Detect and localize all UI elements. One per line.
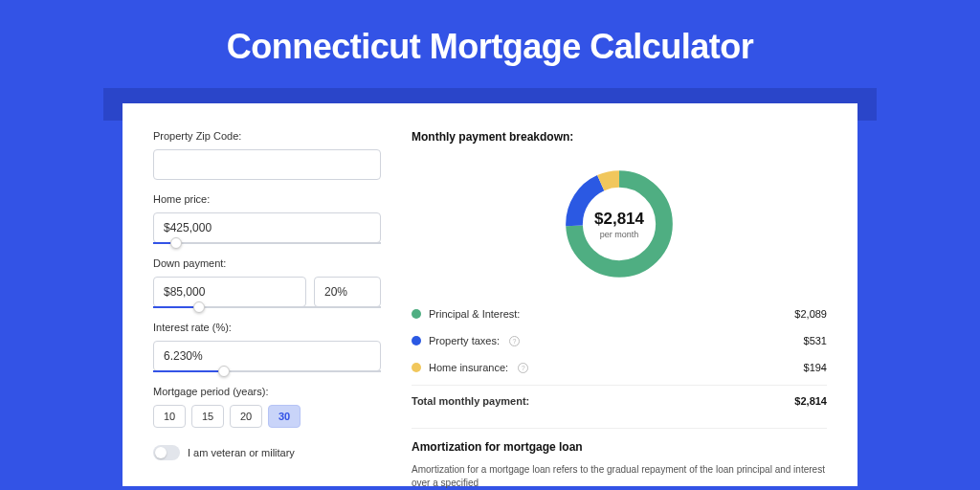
period-field-group: Mortgage period (years): 10 15 20 30 bbox=[153, 386, 381, 428]
price-slider-thumb[interactable] bbox=[170, 237, 182, 249]
downpayment-slider-thumb[interactable] bbox=[193, 301, 205, 313]
veteran-row: I am veteran or military bbox=[153, 445, 381, 460]
total-value: $2,814 bbox=[794, 395, 827, 407]
legend-row-taxes: Property taxes: ? $531 bbox=[412, 327, 827, 354]
calculator-card: Property Zip Code: Home price: Down paym… bbox=[122, 103, 858, 486]
downpayment-slider[interactable] bbox=[153, 306, 381, 308]
rate-input[interactable] bbox=[153, 341, 381, 371]
section-divider bbox=[412, 428, 827, 429]
period-label: Mortgage period (years): bbox=[153, 386, 381, 397]
downpayment-amount-input[interactable] bbox=[153, 277, 306, 307]
legend-dot-icon bbox=[412, 309, 421, 319]
breakdown-panel: Monthly payment breakdown: $2,814 per mo… bbox=[412, 130, 827, 467]
price-input[interactable] bbox=[153, 212, 381, 243]
donut-chart: $2,814 per month bbox=[560, 165, 679, 283]
zip-label: Property Zip Code: bbox=[153, 130, 381, 142]
toggle-knob bbox=[155, 447, 167, 458]
page-title: Connecticut Mortgage Calculator bbox=[0, 0, 980, 88]
donut-chart-wrap: $2,814 per month bbox=[412, 157, 827, 301]
price-label: Home price: bbox=[153, 193, 381, 205]
rate-label: Interest rate (%): bbox=[153, 322, 381, 333]
info-icon[interactable]: ? bbox=[509, 336, 520, 346]
legend-value: $194 bbox=[804, 362, 827, 373]
legend-dot-icon bbox=[412, 336, 421, 345]
legend-value: $531 bbox=[804, 335, 827, 346]
legend-label: Home insurance: bbox=[429, 362, 508, 373]
downpayment-label: Down payment: bbox=[153, 257, 381, 269]
period-option-10[interactable]: 10 bbox=[153, 405, 186, 428]
period-option-15[interactable]: 15 bbox=[191, 405, 224, 428]
legend-row-total: Total monthly payment: $2,814 bbox=[412, 385, 827, 414]
veteran-toggle[interactable] bbox=[153, 445, 180, 460]
price-slider[interactable] bbox=[153, 242, 381, 244]
downpayment-percent-input[interactable] bbox=[314, 277, 381, 307]
rate-slider-thumb[interactable] bbox=[218, 366, 230, 377]
donut-center-sub: per month bbox=[600, 230, 639, 239]
zip-field-group: Property Zip Code: bbox=[153, 130, 381, 180]
period-options: 10 15 20 30 bbox=[153, 405, 381, 428]
zip-input[interactable] bbox=[153, 149, 381, 180]
legend-value: $2,089 bbox=[794, 308, 827, 320]
period-option-20[interactable]: 20 bbox=[230, 405, 262, 428]
amortization-heading: Amortization for mortgage loan bbox=[412, 440, 827, 454]
legend-row-insurance: Home insurance: ? $194 bbox=[412, 354, 827, 381]
period-option-30[interactable]: 30 bbox=[268, 405, 301, 428]
price-field-group: Home price: bbox=[153, 193, 381, 244]
downpayment-field-group: Down payment: bbox=[153, 257, 381, 308]
amortization-text: Amortization for a mortgage loan refers … bbox=[412, 463, 827, 490]
rate-field-group: Interest rate (%): bbox=[153, 322, 381, 372]
legend-dot-icon bbox=[412, 363, 421, 372]
legend-label: Property taxes: bbox=[429, 335, 500, 346]
rate-slider[interactable] bbox=[153, 370, 381, 372]
info-icon[interactable]: ? bbox=[518, 363, 528, 373]
veteran-label: I am veteran or military bbox=[188, 447, 295, 458]
total-label: Total monthly payment: bbox=[412, 395, 529, 407]
breakdown-heading: Monthly payment breakdown: bbox=[412, 130, 827, 144]
donut-center-amount: $2,814 bbox=[594, 210, 644, 229]
legend-label: Principal & Interest: bbox=[429, 308, 520, 320]
input-panel: Property Zip Code: Home price: Down paym… bbox=[153, 130, 381, 467]
legend-row-principal: Principal & Interest: $2,089 bbox=[412, 301, 827, 327]
